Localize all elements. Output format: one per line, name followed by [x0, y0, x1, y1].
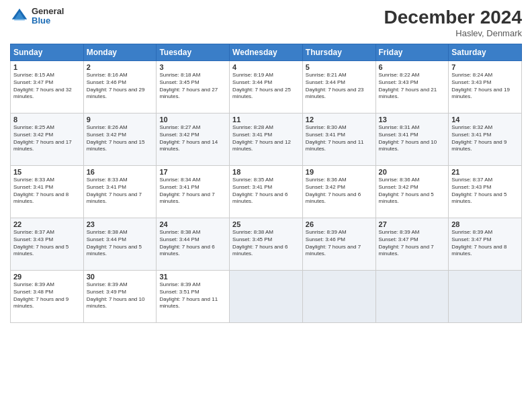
day-number: 21	[451, 168, 519, 176]
calendar-cell: 13Sunrise: 8:31 AMSunset: 3:41 PMDayligh…	[375, 113, 449, 166]
day-number: 3	[159, 63, 226, 71]
calendar-cell: 16Sunrise: 8:33 AMSunset: 3:41 PMDayligh…	[83, 166, 157, 218]
day-number: 16	[87, 168, 154, 176]
day-number: 18	[232, 168, 300, 176]
day-number: 23	[87, 220, 154, 228]
column-header-saturday: Saturday	[449, 44, 522, 61]
calendar-cell: 4Sunrise: 8:19 AMSunset: 3:44 PMDaylight…	[230, 61, 303, 113]
day-number: 7	[451, 63, 519, 71]
column-header-tuesday: Tuesday	[157, 44, 230, 61]
day-number: 25	[232, 220, 300, 228]
calendar-cell: 11Sunrise: 8:28 AMSunset: 3:41 PMDayligh…	[230, 113, 303, 166]
calendar-cell: 20Sunrise: 8:36 AMSunset: 3:42 PMDayligh…	[375, 166, 449, 218]
cell-details: Sunrise: 8:38 AMSunset: 3:44 PMDaylight:…	[87, 229, 154, 258]
calendar-cell: 18Sunrise: 8:35 AMSunset: 3:41 PMDayligh…	[230, 166, 303, 218]
day-number: 4	[232, 63, 300, 71]
calendar-cell	[230, 271, 303, 323]
cell-details: Sunrise: 8:21 AMSunset: 3:44 PMDaylight:…	[306, 72, 373, 101]
calendar-cell: 15Sunrise: 8:33 AMSunset: 3:41 PMDayligh…	[11, 166, 84, 218]
calendar-cell: 31Sunrise: 8:39 AMSunset: 3:51 PMDayligh…	[157, 271, 230, 323]
cell-details: Sunrise: 8:22 AMSunset: 3:43 PMDaylight:…	[379, 72, 446, 101]
calendar-cell: 7Sunrise: 8:24 AMSunset: 3:43 PMDaylight…	[449, 61, 522, 113]
day-number: 17	[159, 168, 226, 176]
column-header-thursday: Thursday	[302, 44, 375, 61]
cell-details: Sunrise: 8:26 AMSunset: 3:42 PMDaylight:…	[87, 124, 154, 153]
calendar-cell: 24Sunrise: 8:38 AMSunset: 3:44 PMDayligh…	[157, 218, 230, 271]
week-row-1: 1Sunrise: 8:15 AMSunset: 3:47 PMDaylight…	[11, 61, 522, 113]
day-number: 5	[306, 63, 373, 71]
calendar-table: SundayMondayTuesdayWednesdayThursdayFrid…	[10, 44, 522, 323]
day-number: 13	[379, 116, 446, 124]
cell-details: Sunrise: 8:39 AMSunset: 3:47 PMDaylight:…	[451, 229, 519, 258]
logo-general: General	[32, 7, 64, 16]
day-number: 14	[451, 116, 519, 124]
day-number: 2	[87, 63, 154, 71]
calendar-cell: 23Sunrise: 8:38 AMSunset: 3:44 PMDayligh…	[83, 218, 157, 271]
cell-details: Sunrise: 8:39 AMSunset: 3:51 PMDaylight:…	[159, 281, 226, 310]
page: General Blue December 2024 Haslev, Denma…	[0, 0, 532, 411]
cell-details: Sunrise: 8:38 AMSunset: 3:44 PMDaylight:…	[159, 229, 226, 258]
cell-details: Sunrise: 8:32 AMSunset: 3:41 PMDaylight:…	[451, 124, 519, 153]
calendar-cell: 5Sunrise: 8:21 AMSunset: 3:44 PMDaylight…	[302, 61, 375, 113]
cell-details: Sunrise: 8:39 AMSunset: 3:49 PMDaylight:…	[87, 281, 154, 310]
cell-details: Sunrise: 8:31 AMSunset: 3:41 PMDaylight:…	[379, 124, 446, 153]
cell-details: Sunrise: 8:16 AMSunset: 3:46 PMDaylight:…	[87, 72, 154, 101]
logo-icon	[10, 7, 29, 26]
day-number: 9	[87, 116, 154, 124]
calendar-cell: 2Sunrise: 8:16 AMSunset: 3:46 PMDaylight…	[83, 61, 157, 113]
day-number: 24	[159, 220, 226, 228]
calendar-cell	[302, 271, 375, 323]
calendar-cell: 25Sunrise: 8:38 AMSunset: 3:45 PMDayligh…	[230, 218, 303, 271]
cell-details: Sunrise: 8:19 AMSunset: 3:44 PMDaylight:…	[232, 72, 300, 101]
calendar-cell: 6Sunrise: 8:22 AMSunset: 3:43 PMDaylight…	[375, 61, 449, 113]
calendar-cell: 1Sunrise: 8:15 AMSunset: 3:47 PMDaylight…	[11, 61, 84, 113]
cell-details: Sunrise: 8:36 AMSunset: 3:42 PMDaylight:…	[306, 177, 373, 205]
calendar-cell: 8Sunrise: 8:25 AMSunset: 3:42 PMDaylight…	[11, 113, 84, 166]
day-number: 15	[13, 168, 81, 176]
cell-details: Sunrise: 8:15 AMSunset: 3:47 PMDaylight:…	[13, 72, 81, 101]
day-number: 28	[451, 220, 519, 228]
cell-details: Sunrise: 8:28 AMSunset: 3:41 PMDaylight:…	[232, 124, 300, 153]
location: Haslev, Denmark	[384, 28, 522, 38]
calendar-cell	[375, 271, 449, 323]
calendar-cell: 10Sunrise: 8:27 AMSunset: 3:42 PMDayligh…	[157, 113, 230, 166]
header: General Blue December 2024 Haslev, Denma…	[10, 7, 522, 38]
calendar-cell: 17Sunrise: 8:34 AMSunset: 3:41 PMDayligh…	[157, 166, 230, 218]
cell-details: Sunrise: 8:27 AMSunset: 3:42 PMDaylight:…	[159, 124, 226, 153]
logo-text: General Blue	[32, 7, 64, 26]
week-row-4: 22Sunrise: 8:37 AMSunset: 3:43 PMDayligh…	[11, 218, 522, 271]
day-number: 22	[13, 220, 81, 228]
cell-details: Sunrise: 8:36 AMSunset: 3:42 PMDaylight:…	[379, 177, 446, 205]
logo: General Blue	[10, 7, 64, 26]
calendar-cell	[449, 271, 522, 323]
cell-details: Sunrise: 8:25 AMSunset: 3:42 PMDaylight:…	[13, 124, 81, 153]
calendar-cell: 28Sunrise: 8:39 AMSunset: 3:47 PMDayligh…	[449, 218, 522, 271]
cell-details: Sunrise: 8:33 AMSunset: 3:41 PMDaylight:…	[87, 177, 154, 205]
cell-details: Sunrise: 8:39 AMSunset: 3:47 PMDaylight:…	[379, 229, 446, 258]
calendar-cell: 9Sunrise: 8:26 AMSunset: 3:42 PMDaylight…	[83, 113, 157, 166]
calendar-cell: 26Sunrise: 8:39 AMSunset: 3:46 PMDayligh…	[302, 218, 375, 271]
column-header-wednesday: Wednesday	[230, 44, 303, 61]
day-number: 10	[159, 116, 226, 124]
week-row-5: 29Sunrise: 8:39 AMSunset: 3:48 PMDayligh…	[11, 271, 522, 323]
cell-details: Sunrise: 8:37 AMSunset: 3:43 PMDaylight:…	[13, 229, 81, 258]
cell-details: Sunrise: 8:24 AMSunset: 3:43 PMDaylight:…	[451, 72, 519, 101]
day-number: 31	[159, 273, 226, 281]
calendar-cell: 30Sunrise: 8:39 AMSunset: 3:49 PMDayligh…	[83, 271, 157, 323]
month-title: December 2024	[384, 7, 522, 28]
cell-details: Sunrise: 8:18 AMSunset: 3:45 PMDaylight:…	[159, 72, 226, 101]
calendar-cell: 19Sunrise: 8:36 AMSunset: 3:42 PMDayligh…	[302, 166, 375, 218]
cell-details: Sunrise: 8:37 AMSunset: 3:43 PMDaylight:…	[451, 177, 519, 205]
day-number: 8	[13, 116, 81, 124]
day-number: 20	[379, 168, 446, 176]
day-number: 6	[379, 63, 446, 71]
cell-details: Sunrise: 8:39 AMSunset: 3:48 PMDaylight:…	[13, 281, 81, 310]
cell-details: Sunrise: 8:34 AMSunset: 3:41 PMDaylight:…	[159, 177, 226, 205]
logo-blue: Blue	[32, 16, 64, 26]
column-header-friday: Friday	[375, 44, 449, 61]
week-row-2: 8Sunrise: 8:25 AMSunset: 3:42 PMDaylight…	[11, 113, 522, 166]
day-number: 1	[13, 63, 81, 71]
title-section: December 2024 Haslev, Denmark	[384, 7, 522, 38]
calendar-cell: 22Sunrise: 8:37 AMSunset: 3:43 PMDayligh…	[11, 218, 84, 271]
calendar-cell: 3Sunrise: 8:18 AMSunset: 3:45 PMDaylight…	[157, 61, 230, 113]
